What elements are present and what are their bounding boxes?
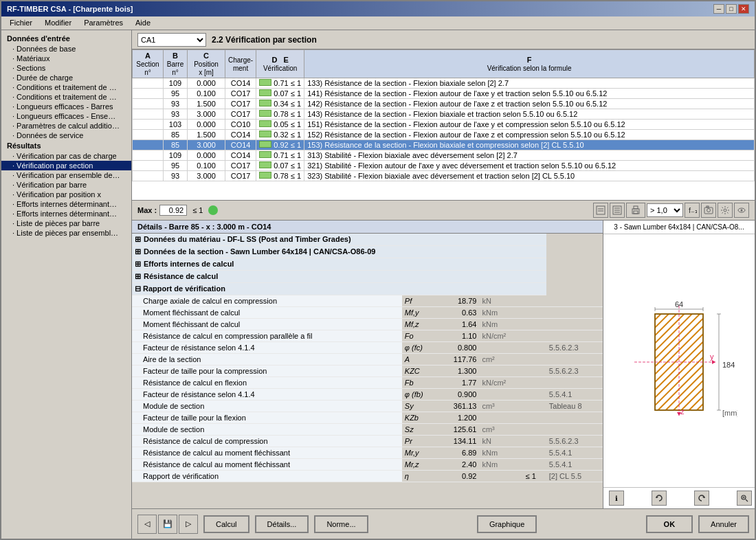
- cell-formule: 321) Stabilité - Flexion autour de l'axe…: [304, 161, 755, 171]
- sidebar-item-verif-section[interactable]: · Vérification par section: [1, 161, 131, 170]
- detail-unit: kNm: [479, 319, 522, 330]
- detail-symbol: A: [402, 354, 437, 365]
- table-row[interactable]: 93 3.000 CO17 0.78 ≤ 1 143) Résistance d…: [133, 109, 755, 120]
- zoom-btn[interactable]: [737, 491, 752, 506]
- sidebar-item-conditions2[interactable]: · Conditions et traitement de ser...: [1, 92, 131, 102]
- sidebar-item-verif-cas[interactable]: · Vérification par cas de charge: [1, 151, 131, 161]
- detail-note: [546, 319, 603, 330]
- detail-label: Résistance de calcul au moment fléchissa…: [132, 447, 402, 459]
- ok-button[interactable]: OK: [646, 515, 693, 533]
- detail-label: Module de section: [132, 424, 402, 436]
- sidebar-item-duree-charge[interactable]: · Durée de charge: [1, 73, 131, 82]
- detail-symbol: φ (fb): [402, 389, 437, 401]
- cell-charge: CO17: [225, 89, 256, 99]
- annuler-button[interactable]: Annuler: [698, 515, 749, 533]
- export-btn1[interactable]: [593, 203, 608, 218]
- minimize-button[interactable]: ─: [713, 4, 724, 14]
- table-row[interactable]: 109 0.000 CO14 0.71 ≤ 1 313) Stabilité -…: [133, 150, 755, 161]
- sidebar-item-liste-barres[interactable]: · Liste de pièces par barre: [1, 218, 131, 228]
- detail-note: [546, 330, 603, 342]
- table-row[interactable]: 109 0.000 CO14 0.71 ≤ 1 133) Résistance …: [133, 78, 755, 89]
- info-button[interactable]: ℹ: [609, 491, 624, 506]
- rotate-right-btn[interactable]: [694, 491, 709, 506]
- print-btn[interactable]: [626, 203, 645, 218]
- camera-btn[interactable]: [701, 203, 716, 218]
- export-btn2[interactable]: [610, 203, 625, 218]
- menu-modifier[interactable]: Modifier: [39, 18, 77, 28]
- detail-unit: kN: [479, 436, 522, 447]
- graphique-button[interactable]: Graphique: [477, 515, 537, 533]
- col-header-b: BBarren°: [164, 50, 188, 78]
- menu-parametres[interactable]: Paramètres: [78, 18, 129, 28]
- nav-left-btn[interactable]: ◁: [137, 515, 157, 534]
- sidebar-item-conditions1[interactable]: · Conditions et traitement de ser...: [1, 82, 131, 92]
- detail-label: Charge axiale de calcul en compression: [132, 295, 402, 307]
- svg-point-16: [741, 210, 743, 212]
- table-row[interactable]: 93 3.000 CO17 0.78 ≤ 1 323) Stabilité - …: [133, 171, 755, 181]
- detail-label: Facteur de résistance selon 4.1.4: [132, 342, 402, 354]
- sidebar-item-donnees-base[interactable]: · Données de base: [1, 44, 131, 54]
- sidebar-item-efforts2[interactable]: · Efforts internes déterminants p...: [1, 209, 131, 218]
- sidebar-item-efforts1[interactable]: · Efforts internes déterminants p...: [1, 199, 131, 209]
- details-button[interactable]: Détails...: [255, 515, 309, 533]
- sidebar-item-longueurs-ensemble[interactable]: · Longueurs efficaces - Ensemble...: [1, 111, 131, 121]
- detail-leq: [523, 354, 546, 365]
- sidebar-item-liste-ensemble[interactable]: · Liste de pièces par ensemble de...: [1, 228, 131, 238]
- detail-leq: [523, 412, 546, 424]
- detail-symbol: Fo: [402, 330, 437, 342]
- table-row[interactable]: 95 0.100 CO17 0.07 ≤ 1 321) Stabilité - …: [133, 161, 755, 171]
- max-row: Max : 0.92 ≤ 1 > 1,0 Tous: [132, 201, 755, 221]
- filter-btn[interactable]: f₋₁: [685, 203, 700, 218]
- value-bar: [259, 100, 271, 106]
- maximize-button[interactable]: □: [726, 4, 737, 14]
- sidebar-item-verif-position[interactable]: · Vérification par position x: [1, 190, 131, 199]
- value-bar: [259, 172, 271, 179]
- sidebar-item-verif-barre[interactable]: · Vérification par barre: [1, 180, 131, 190]
- detail-value: 18.79: [437, 295, 479, 307]
- table-row[interactable]: 85 1.500 CO14 0.32 ≤ 1 152) Résistance d…: [133, 130, 755, 140]
- cell-position: 0.100: [188, 89, 225, 99]
- sidebar-item-sections[interactable]: · Sections: [1, 63, 131, 73]
- ca-select[interactable]: CA1 CA2: [137, 33, 206, 47]
- settings-btn[interactable]: [718, 203, 733, 218]
- eye-btn[interactable]: [734, 203, 749, 218]
- detail-row: Résistance de calcul en flexion Fb 1.77 …: [132, 377, 603, 389]
- details-section-header[interactable]: ⊞Résistance de calcul: [132, 271, 546, 283]
- cell-barre: 95: [164, 89, 188, 99]
- sidebar-item-materiaux[interactable]: · Matériaux: [1, 54, 131, 63]
- norme-button[interactable]: Norme...: [314, 515, 368, 533]
- calcul-button[interactable]: Calcul: [203, 515, 249, 533]
- table-row[interactable]: 103 0.000 CO10 0.05 ≤ 1 151) Résistance …: [133, 120, 755, 130]
- detail-note: [546, 424, 603, 436]
- detail-row: Facteur de taille pour la flexion KZb 1.…: [132, 412, 603, 424]
- detail-symbol: Pr: [402, 436, 437, 447]
- details-section-header[interactable]: ⊞Efforts internes de calcul: [132, 258, 546, 271]
- table-row[interactable]: 93 1.500 CO17 0.34 ≤ 1 142) Résistance d…: [133, 99, 755, 109]
- rotate-left-btn[interactable]: [652, 491, 667, 506]
- svg-point-14: [724, 209, 726, 212]
- menu-aide[interactable]: Aide: [130, 18, 156, 28]
- table-row[interactable]: 95 0.100 CO17 0.07 ≤ 1 141) Résistance d…: [133, 89, 755, 99]
- close-button[interactable]: ✕: [738, 4, 749, 14]
- sidebar-item-longueurs-barres[interactable]: · Longueurs efficaces - Barres: [1, 102, 131, 111]
- filter-select[interactable]: > 1,0 Tous > 0,9 > 0,75: [647, 203, 683, 217]
- detail-unit: cm²: [479, 354, 522, 365]
- details-section-header[interactable]: ⊞Données de la section - Sawn Lumber 64x…: [132, 246, 546, 258]
- y-axis-label: y: [710, 352, 714, 361]
- cell-position: 0.100: [188, 161, 225, 171]
- detail-label: Facteur de résistance selon 4.1.4: [132, 389, 402, 401]
- nav-save-btn[interactable]: 💾: [158, 515, 177, 534]
- detail-note: 5.5.6.2.3: [546, 342, 603, 354]
- nav-right-btn[interactable]: ▷: [179, 515, 198, 534]
- svg-rect-0: [597, 206, 605, 214]
- details-section-header[interactable]: ⊞Données du matériau - DF-L SS (Post and…: [132, 234, 546, 246]
- cell-charge: CO14: [225, 150, 256, 161]
- sidebar-item-donnees-service[interactable]: · Données de service: [1, 131, 131, 140]
- menu-fichier[interactable]: Fichier: [4, 18, 38, 28]
- sidebar-item-verif-ensemble[interactable]: · Vérification par ensemble de ba...: [1, 170, 131, 180]
- detail-unit: kNm: [479, 459, 522, 471]
- table-row[interactable]: 85 3.000 CO14 0.92 ≤ 1 153) Résistance d…: [133, 140, 755, 150]
- detail-note: 5.5.6.2.3: [546, 365, 603, 377]
- cell-barre: 93: [164, 109, 188, 120]
- sidebar-item-parametres-calcul[interactable]: · Paramètres de calcul additionn...: [1, 121, 131, 131]
